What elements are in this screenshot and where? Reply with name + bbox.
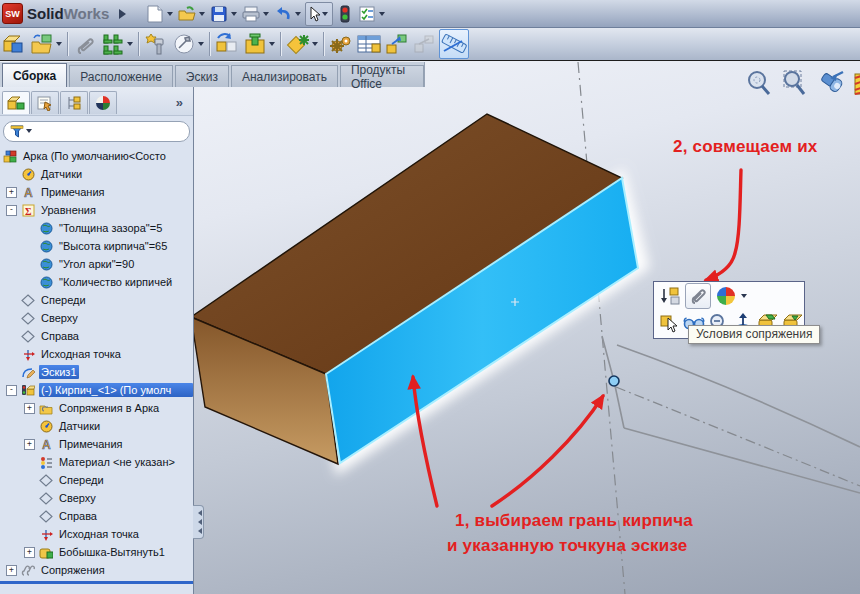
tree-item-annotations[interactable]: + A Примечания: [0, 183, 193, 201]
select-dropdown[interactable]: [322, 12, 328, 19]
toolbar-separator: [138, 32, 139, 56]
measure-icon[interactable]: [439, 29, 469, 59]
tab-office-products[interactable]: Продукты Office: [340, 65, 424, 87]
tree-item-material[interactable]: Материал <не указан>: [0, 453, 193, 471]
open-dropdown[interactable]: [199, 12, 205, 19]
tab-evaluate[interactable]: Анализировать: [231, 65, 338, 87]
expand-toggle[interactable]: +: [24, 439, 35, 450]
assembly-features-dropdown[interactable]: [269, 42, 275, 49]
open-part-dropdown[interactable]: [56, 42, 62, 49]
tree-item-right-plane[interactable]: Справа: [0, 327, 193, 345]
displaymanager-tab[interactable]: [89, 91, 117, 114]
tree-filter-input[interactable]: [3, 121, 190, 142]
filter-row: [0, 116, 193, 146]
insert-components-icon[interactable]: [658, 284, 682, 308]
menu-expand-arrow-icon[interactable]: [119, 9, 131, 19]
open-part-icon[interactable]: [28, 30, 56, 58]
appearances-icon[interactable]: [714, 284, 738, 308]
design-checker-dropdown[interactable]: [379, 12, 385, 19]
explode-line-sketch-icon: [411, 30, 439, 58]
view-orientation-icon[interactable]: [817, 66, 845, 100]
tree-item-equations[interactable]: - Σ Уравнения: [0, 201, 193, 219]
undo-dropdown[interactable]: [295, 12, 301, 19]
tree-item-right-plane-2[interactable]: Справа: [0, 507, 193, 525]
tree-item-top-plane-2[interactable]: Сверху: [0, 489, 193, 507]
exploded-view-icon[interactable]: [383, 30, 411, 58]
new-document-dropdown[interactable]: [167, 12, 173, 19]
tree-item-front-plane[interactable]: Спереди: [0, 291, 193, 309]
tab-layout[interactable]: Расположение: [69, 65, 173, 87]
plane-icon: [39, 509, 53, 523]
panel-more-chevron[interactable]: »: [176, 95, 183, 110]
section-view-icon[interactable]: [853, 66, 860, 100]
tree-item-mates-group[interactable]: + Сопряжения: [0, 561, 193, 579]
expand-toggle[interactable]: +: [6, 565, 17, 576]
panel-splitter[interactable]: [0, 581, 193, 584]
tree-item-assembly-root[interactable]: Арка (По умолчанию<Состо: [0, 147, 193, 165]
configurationmanager-tab[interactable]: [60, 91, 88, 114]
tree-item-brick-component[interactable]: - (-) Кирпич_<1> (По умолч: [0, 381, 193, 399]
mates-icon: [21, 563, 35, 577]
mate-button[interactable]: [685, 283, 711, 309]
select-tool-button[interactable]: [305, 2, 333, 26]
assembly-toolbar: [0, 28, 860, 61]
move-component-dropdown[interactable]: [198, 42, 204, 49]
tree-item-sensors-2[interactable]: Датчики: [0, 417, 193, 435]
tree-item-equation-4[interactable]: "Количество кирпичей: [0, 273, 193, 291]
insert-component-icon[interactable]: [0, 30, 28, 58]
tree-item-sketch1[interactable]: Эскиз1: [0, 363, 193, 381]
zoom-to-area-icon[interactable]: [781, 66, 809, 100]
tree-item-top-plane[interactable]: Сверху: [0, 309, 193, 327]
traffic-light-icon[interactable]: [335, 4, 355, 24]
new-document-icon[interactable]: [145, 4, 165, 24]
expand-toggle[interactable]: +: [24, 547, 35, 558]
propertymanager-tab[interactable]: [31, 91, 59, 114]
assembly-icon: [3, 149, 17, 163]
design-checker-icon[interactable]: [357, 4, 377, 24]
tree-item-sensors[interactable]: Датчики: [0, 165, 193, 183]
save-dropdown[interactable]: [231, 12, 237, 19]
pattern-dropdown[interactable]: [127, 42, 133, 49]
undo-icon[interactable]: [273, 4, 293, 24]
tree-item-front-plane-2[interactable]: Спереди: [0, 471, 193, 489]
tree-item-equation-3[interactable]: "Угол арки"=90: [0, 255, 193, 273]
sensors-icon: [39, 419, 53, 433]
tree-item-origin-2[interactable]: Исходная точка: [0, 525, 193, 543]
expand-toggle[interactable]: +: [6, 187, 17, 198]
zoom-to-fit-icon[interactable]: [745, 66, 773, 100]
expand-toggle[interactable]: +: [24, 403, 35, 414]
filter-dropdown[interactable]: [26, 129, 32, 136]
move-component-icon[interactable]: [170, 30, 198, 58]
reference-geometry-dropdown[interactable]: [312, 42, 318, 49]
toolbar-separator: [209, 32, 210, 56]
tab-assembly[interactable]: Сборка: [2, 63, 67, 87]
print-dropdown[interactable]: [263, 12, 269, 19]
featuremanager-tree-tab[interactable]: [2, 91, 30, 114]
linear-component-pattern-icon[interactable]: [99, 30, 127, 58]
select-other-icon[interactable]: [658, 311, 680, 335]
reference-geometry-icon[interactable]: [284, 30, 312, 58]
annotation-note-1-line2: и указанную точкуна эскизе: [447, 533, 693, 558]
bill-of-materials-icon[interactable]: [355, 30, 383, 58]
simulation-icon[interactable]: [327, 30, 355, 58]
tree-item-mates-in-arka[interactable]: + Сопряжения в Арка: [0, 399, 193, 417]
expand-toggle[interactable]: -: [6, 385, 17, 396]
show-hidden-components-icon[interactable]: [213, 30, 241, 58]
open-icon[interactable]: [177, 4, 197, 24]
expand-toggle[interactable]: -: [6, 205, 17, 216]
tree-item-boss-extrude[interactable]: + Бобышка-Вытянуть1: [0, 543, 193, 561]
smart-fasteners-icon[interactable]: [142, 30, 170, 58]
tree-item-equation-1[interactable]: "Толщина зазора"=5: [0, 219, 193, 237]
appearances-dropdown[interactable]: [741, 294, 747, 301]
assembly-features-icon[interactable]: [241, 30, 269, 58]
mate-icon[interactable]: [71, 30, 99, 58]
tab-sketch[interactable]: Эскиз: [175, 65, 229, 87]
panel-collapse-handle[interactable]: [193, 505, 204, 539]
toolbar-separator: [323, 32, 324, 56]
tree-item-origin[interactable]: Исходная точка: [0, 345, 193, 363]
print-icon[interactable]: [241, 4, 261, 24]
part-icon: [21, 383, 35, 397]
tree-item-equation-2[interactable]: "Высота кирпича"=65: [0, 237, 193, 255]
tree-item-annotations-2[interactable]: + A Примечания: [0, 435, 193, 453]
save-icon[interactable]: [209, 4, 229, 24]
